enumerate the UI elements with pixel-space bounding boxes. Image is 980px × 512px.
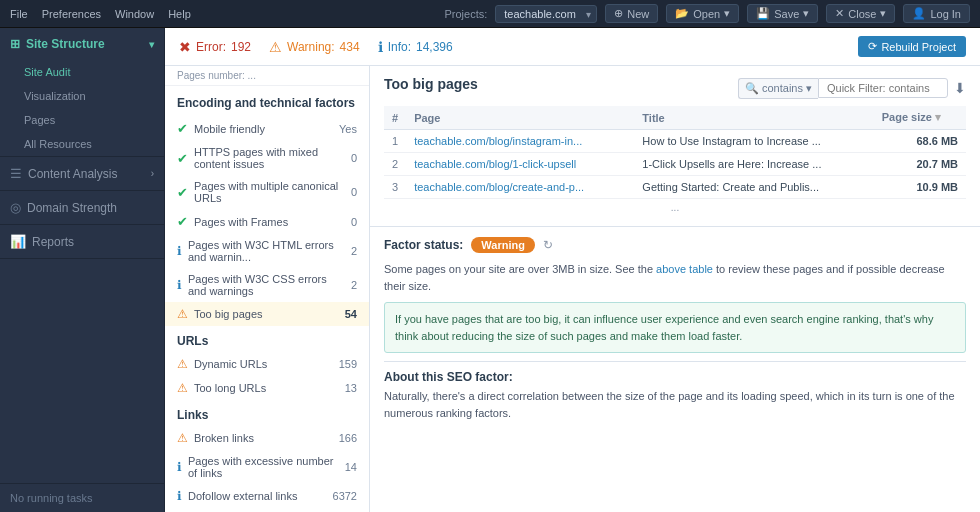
chevron-down-icon-close: ▾ <box>880 7 886 20</box>
open-button[interactable]: 📂 Open ▾ <box>666 4 739 23</box>
save-button[interactable]: 💾 Save ▾ <box>747 4 818 23</box>
row-num-2: 2 <box>384 153 406 176</box>
rebuild-icon: ⟳ <box>868 40 877 53</box>
sidebar-section-domain-strength: ◎ Domain Strength <box>0 191 164 225</box>
close-icon: ✕ <box>835 7 844 20</box>
audit-item-https-mixed[interactable]: ✔ HTTPS pages with mixed content issues … <box>165 141 369 175</box>
big-pages-panel: Too big pages 🔍 contains ▾ ⬇ <box>370 66 980 227</box>
search-icon: 🔍 <box>745 82 759 95</box>
error-label: Error: <box>196 40 226 54</box>
close-button[interactable]: ✕ Close ▾ <box>826 4 895 23</box>
info-icon-2: ℹ <box>177 278 182 292</box>
row-title-3: Getting Started: Create and Publis... <box>634 176 873 199</box>
ok-icon-3: ✔ <box>177 185 188 200</box>
row-num-3: 3 <box>384 176 406 199</box>
chevron-down-icon: ▾ <box>724 7 730 20</box>
refresh-icon[interactable]: ↻ <box>543 238 553 252</box>
sidebar-item-site-audit[interactable]: Site Audit <box>0 60 164 84</box>
domain-icon: ◎ <box>10 200 21 215</box>
audit-item-long-urls[interactable]: ⚠ Too long URLs 13 <box>165 376 369 400</box>
ok-icon-4: ✔ <box>177 214 188 229</box>
factor-panel: Factor status: Warning ↻ Some pages on y… <box>370 227 980 512</box>
projects-select[interactable]: teachable.com <box>495 5 597 23</box>
warning-icon: ⚠ <box>269 39 282 55</box>
audit-column: Pages number: ... Encoding and technical… <box>165 66 370 512</box>
projects-label: Projects: <box>444 8 487 20</box>
audit-item-frames[interactable]: ✔ Pages with Frames 0 <box>165 209 369 234</box>
warn-icon-2: ⚠ <box>177 357 188 371</box>
chevron-down-icon-save: ▾ <box>803 7 809 20</box>
encoding-section-title: Encoding and technical factors <box>165 86 369 116</box>
about-title: About this SEO factor: <box>384 370 966 384</box>
info-icon-3: ℹ <box>177 460 182 474</box>
menu-preferences[interactable]: Preferences <box>42 8 101 20</box>
row-num: 1 <box>384 130 406 153</box>
factor-description: Some pages on your site are over 3MB in … <box>384 261 966 294</box>
sidebar-item-pages[interactable]: Pages <box>0 108 164 132</box>
new-button[interactable]: ⊕ New <box>605 4 658 23</box>
page-count-label: Pages number: ... <box>165 66 369 86</box>
chevron-icon: ▾ <box>149 39 154 50</box>
row-page-3[interactable]: teachable.com/blog/create-and-p... <box>406 176 634 199</box>
row-page-2[interactable]: teachable.com/blog/1-click-upsell <box>406 153 634 176</box>
sidebar-item-visualization[interactable]: Visualization <box>0 84 164 108</box>
table-more: ... <box>384 199 966 216</box>
title-bar-right: Projects: teachable.com ⊕ New 📂 Open ▾ 💾… <box>444 4 970 23</box>
links-section-title: Links <box>165 400 369 426</box>
login-button[interactable]: 👤 Log In <box>903 4 970 23</box>
info-stat: ℹ Info: 14,396 <box>378 39 453 55</box>
warning-stat: ⚠ Warning: 434 <box>269 39 360 55</box>
info-icon-4: ℹ <box>177 489 182 503</box>
filter-input[interactable] <box>818 78 948 98</box>
about-text: Naturally, there's a direct correlation … <box>384 388 966 421</box>
sidebar: ⊞ Site Structure ▾ Site Audit Visualizat… <box>0 28 165 512</box>
col-header-page: Page <box>406 106 634 130</box>
filter-prefix: 🔍 contains ▾ <box>738 78 818 99</box>
info-box: If you have pages that are too big, it c… <box>384 302 966 353</box>
audit-item-canonical[interactable]: ✔ Pages with multiple canonical URLs 0 <box>165 175 369 209</box>
status-badge: Warning <box>471 237 535 253</box>
download-icon[interactable]: ⬇ <box>954 80 966 96</box>
sidebar-item-domain-strength[interactable]: ◎ Domain Strength <box>0 191 164 224</box>
warning-count: 434 <box>340 40 360 54</box>
content-area: ✖ Error: 192 ⚠ Warning: 434 ℹ Info: 14,3… <box>165 28 980 512</box>
content-icon: ☰ <box>10 166 22 181</box>
sidebar-section-content-analysis: ☰ Content Analysis › <box>0 157 164 191</box>
sidebar-item-content-analysis[interactable]: ☰ Content Analysis › <box>0 157 164 190</box>
title-bar: File Preferences Window Help Projects: t… <box>0 0 980 28</box>
info-label: Info: <box>388 40 411 54</box>
sidebar-item-all-resources[interactable]: All Resources <box>0 132 164 156</box>
menu-help[interactable]: Help <box>168 8 191 20</box>
info-icon: ℹ <box>378 39 383 55</box>
col-header-size[interactable]: Page size <box>874 106 966 130</box>
factor-status-row: Factor status: Warning ↻ <box>384 237 966 253</box>
sidebar-item-site-structure[interactable]: ⊞ Site Structure ▾ <box>0 28 164 60</box>
sidebar-section-site-structure: ⊞ Site Structure ▾ Site Audit Visualizat… <box>0 28 164 157</box>
audit-item-excessive-links[interactable]: ℹ Pages with excessive number of links 1… <box>165 450 369 484</box>
row-size-2: 20.7 MB <box>874 153 966 176</box>
ok-icon-2: ✔ <box>177 151 188 166</box>
above-table-link[interactable]: above table <box>656 263 713 275</box>
folder-icon: 📂 <box>675 7 689 20</box>
row-title-2: 1-Click Upsells are Here: Increase ... <box>634 153 873 176</box>
audit-item-broken-links[interactable]: ⚠ Broken links 166 <box>165 426 369 450</box>
sidebar-item-reports[interactable]: 📊 Reports <box>0 225 164 258</box>
audit-item-mobile[interactable]: ✔ Mobile friendly Yes <box>165 116 369 141</box>
audit-item-too-big[interactable]: ⚠ Too big pages 54 <box>165 302 369 326</box>
menu-window[interactable]: Window <box>115 8 154 20</box>
warning-label: Warning: <box>287 40 335 54</box>
arrow-icon: › <box>151 168 154 179</box>
row-size-3: 10.9 MB <box>874 176 966 199</box>
audit-item-css-errors[interactable]: ℹ Pages with W3C CSS errors and warnings… <box>165 268 369 302</box>
col-header-title: Title <box>634 106 873 130</box>
audit-item-html-errors[interactable]: ℹ Pages with W3C HTML errors and warnin.… <box>165 234 369 268</box>
factor-label: Factor status: <box>384 238 463 252</box>
audit-item-dofollow[interactable]: ℹ Dofollow external links 6372 <box>165 484 369 508</box>
main-columns: Pages number: ... Encoding and technical… <box>165 66 980 512</box>
menu-file[interactable]: File <box>10 8 28 20</box>
table-row: 2 teachable.com/blog/1-click-upsell 1-Cl… <box>384 153 966 176</box>
audit-item-dynamic-urls[interactable]: ⚠ Dynamic URLs 159 <box>165 352 369 376</box>
sitemap-icon: ⊞ <box>10 37 20 51</box>
rebuild-button[interactable]: ⟳ Rebuild Project <box>858 36 966 57</box>
row-page-1[interactable]: teachable.com/blog/instagram-in... <box>406 130 634 153</box>
